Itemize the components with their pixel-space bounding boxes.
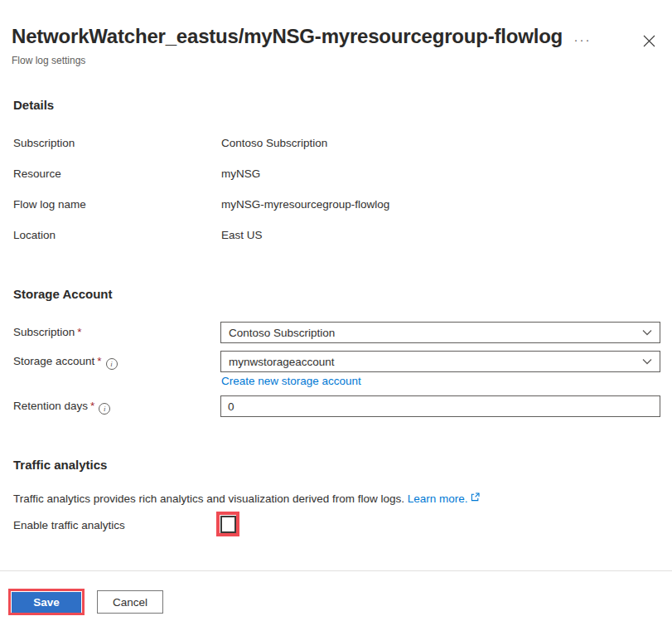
page-subtitle: Flow log settings	[12, 55, 85, 66]
close-icon	[643, 35, 655, 47]
footer-divider	[0, 570, 672, 571]
detail-value-resource: myNSG	[221, 167, 260, 180]
subscription-field-label-text: Subscription	[13, 326, 75, 338]
required-marker: *	[90, 400, 94, 412]
enable-traffic-analytics-checkbox[interactable]	[220, 516, 236, 533]
storage-account-heading: Storage Account	[13, 287, 112, 301]
chevron-down-icon	[641, 357, 653, 366]
learn-more-link[interactable]: Learn more.	[408, 492, 468, 505]
info-icon[interactable]: i	[106, 358, 118, 370]
detail-label-resource: Resource	[13, 167, 61, 180]
enable-traffic-analytics-label: Enable traffic analytics	[13, 519, 125, 531]
close-button[interactable]	[638, 30, 660, 51]
subscription-field-label: Subscription*	[13, 326, 82, 338]
details-heading: Details	[13, 98, 54, 112]
required-marker: *	[77, 326, 81, 338]
flow-log-settings-pane: NetworkWatcher_eastus/myNSG-myresourcegr…	[0, 0, 672, 621]
detail-value-location: East US	[221, 229, 263, 241]
retention-days-field-label-text: Retention days	[13, 400, 88, 412]
info-icon[interactable]: i	[99, 403, 110, 415]
page-title: NetworkWatcher_eastus/myNSG-myresourcegr…	[12, 25, 563, 48]
annotation-highlight-save: Save	[8, 589, 85, 615]
storage-account-field-label-text: Storage account	[13, 355, 94, 367]
create-new-storage-account-link[interactable]: Create new storage account	[221, 375, 361, 387]
traffic-analytics-heading: Traffic analytics	[13, 458, 107, 472]
detail-label-flow-log-name: Flow log name	[13, 198, 86, 211]
chevron-down-icon	[641, 328, 653, 337]
storage-account-field-label: Storage account*i	[13, 355, 118, 370]
subscription-dropdown-value: Contoso Subscription	[229, 327, 641, 339]
required-marker: *	[97, 355, 101, 367]
storage-account-dropdown-value: mynwstorageaccount	[229, 356, 641, 368]
more-options-button[interactable]: ···	[568, 30, 597, 50]
annotation-highlight-checkbox	[216, 512, 239, 536]
external-link-icon	[471, 492, 480, 502]
ellipsis-icon: ···	[574, 36, 592, 44]
save-button[interactable]: Save	[12, 592, 81, 613]
subscription-dropdown[interactable]: Contoso Subscription	[220, 322, 660, 343]
cancel-button[interactable]: Cancel	[97, 590, 163, 614]
detail-label-location: Location	[13, 229, 56, 241]
traffic-analytics-description-text: Traffic analytics provides rich analytic…	[13, 492, 404, 505]
storage-account-dropdown[interactable]: mynwstorageaccount	[220, 351, 660, 372]
detail-value-flow-log-name: myNSG-myresourcegroup-flowlog	[221, 198, 389, 211]
retention-days-input[interactable]	[220, 395, 660, 417]
traffic-analytics-description: Traffic analytics provides rich analytic…	[13, 492, 480, 505]
detail-label-subscription: Subscription	[13, 137, 75, 149]
detail-value-subscription: Contoso Subscription	[221, 137, 327, 149]
retention-days-field-label: Retention days*i	[13, 400, 110, 415]
